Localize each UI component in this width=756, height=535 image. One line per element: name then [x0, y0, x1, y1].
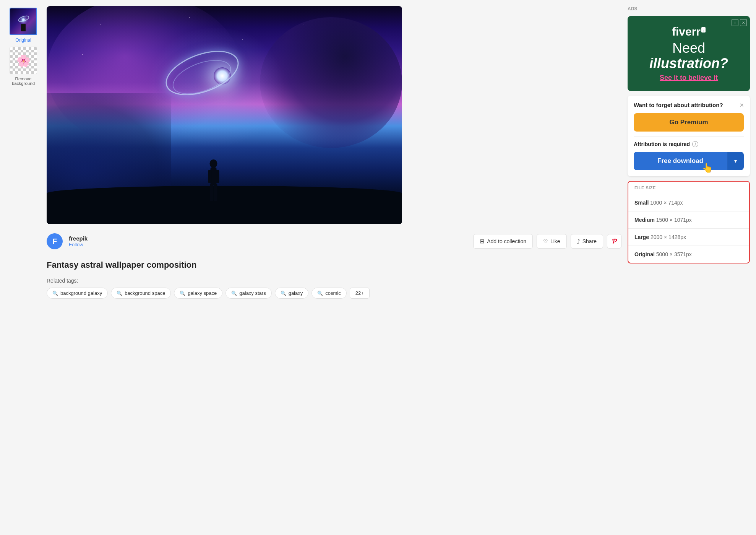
- follow-link[interactable]: Follow: [69, 242, 88, 247]
- author-name: freepik: [69, 235, 88, 242]
- attribution-row: Attribution is required i: [634, 141, 744, 147]
- search-icon: 🔍: [52, 291, 58, 296]
- right-panel: ADS i ✕ fiverr. Needillustration? See it…: [628, 6, 750, 299]
- search-icon: 🔍: [117, 291, 122, 296]
- tag-galaxy-stars[interactable]: 🔍 galaxy stars: [226, 288, 271, 299]
- premium-title: Want to forget about attribution?: [634, 102, 723, 108]
- tag-galaxy[interactable]: 🔍 galaxy: [275, 288, 309, 299]
- attribution-label: Attribution is required: [634, 141, 690, 147]
- tags-section: Related tags: 🔍 background galaxy 🔍 back…: [47, 278, 621, 299]
- search-icon: 🔍: [180, 291, 185, 296]
- ads-label: ADS: [628, 6, 750, 11]
- tag-cosmic[interactable]: 🔍 cosmic: [311, 288, 346, 299]
- main-image-container: [47, 6, 621, 224]
- free-download-button[interactable]: Free download: [634, 152, 727, 170]
- free-download-wrapper: Free download ▾ 👆: [634, 152, 744, 170]
- ad-brand: fiverr.: [635, 25, 742, 38]
- sidebar-remove-bg-thumb[interactable]: 🌸 Remove background: [6, 47, 41, 86]
- remove-bg-label: Remove background: [6, 76, 41, 86]
- svg-rect-3: [216, 170, 219, 183]
- author-bar: F freepik Follow ⊞ Add to collection ♡ L…: [47, 230, 621, 252]
- tag-background-space[interactable]: 🔍 background space: [111, 288, 171, 299]
- sidebar: Original 🌸 Remove background: [6, 6, 41, 299]
- image-title: Fantasy astral wallpaper composition: [47, 259, 621, 272]
- premium-header: Want to forget about attribution? ×: [634, 102, 744, 109]
- original-label: Original: [15, 37, 31, 43]
- tags-label: Related tags:: [47, 278, 621, 284]
- file-size-large[interactable]: Large 2000 × 1428px: [628, 229, 749, 246]
- search-icon: 🔍: [231, 291, 237, 296]
- file-size-medium[interactable]: Medium 1500 × 1071px: [628, 211, 749, 229]
- like-button[interactable]: ♡ Like: [537, 234, 567, 249]
- main-image: [47, 6, 402, 224]
- sidebar-original-thumb[interactable]: Original: [6, 8, 41, 43]
- person-silhouette: [205, 159, 222, 207]
- svg-point-0: [210, 159, 217, 168]
- file-size-header: FILE SIZE: [628, 182, 749, 194]
- tag-background-galaxy[interactable]: 🔍 background galaxy: [47, 288, 108, 299]
- svg-rect-5: [214, 184, 217, 201]
- action-buttons: ⊞ Add to collection ♡ Like ⤴ Share 𝓟: [473, 234, 621, 249]
- main-content: F freepik Follow ⊞ Add to collection ♡ L…: [47, 6, 621, 299]
- ground: [47, 194, 402, 224]
- ad-info-button[interactable]: i: [732, 19, 738, 26]
- svg-rect-2: [208, 170, 212, 183]
- ad-card: i ✕ fiverr. Needillustration? See it to …: [628, 16, 750, 91]
- pinterest-button[interactable]: 𝓟: [607, 234, 621, 249]
- tags-list: 🔍 background galaxy 🔍 background space 🔍…: [47, 288, 621, 299]
- add-to-collection-button[interactable]: ⊞ Add to collection: [473, 234, 533, 249]
- file-size-dropdown: FILE SIZE Small 1000 × 714px Medium 1500…: [628, 181, 750, 263]
- attribution-info-icon[interactable]: i: [692, 141, 698, 147]
- share-icon: ⤴: [577, 238, 580, 245]
- more-tags-button[interactable]: 22+: [350, 288, 370, 299]
- ad-headline: Needillustration?: [635, 41, 742, 71]
- file-size-original[interactable]: Original 5000 × 3571px: [628, 246, 749, 263]
- pinterest-icon: 𝓟: [612, 237, 616, 246]
- author-info: freepik Follow: [69, 235, 88, 247]
- search-icon: 🔍: [317, 291, 323, 296]
- svg-rect-4: [210, 184, 214, 201]
- tag-galaxy-space[interactable]: 🔍 galaxy space: [174, 288, 222, 299]
- ad-close-button[interactable]: ✕: [740, 19, 747, 26]
- search-icon: 🔍: [281, 291, 286, 296]
- premium-card: Want to forget about attribution? × Go P…: [628, 96, 750, 176]
- close-premium-button[interactable]: ×: [740, 102, 744, 109]
- heart-icon: ♡: [543, 238, 548, 244]
- author-avatar: F: [47, 233, 63, 249]
- file-size-small[interactable]: Small 1000 × 714px: [628, 194, 749, 211]
- go-premium-button[interactable]: Go Premium: [634, 113, 744, 132]
- collection-icon: ⊞: [480, 238, 485, 245]
- ad-cta[interactable]: See it to believe it: [635, 74, 742, 82]
- download-dropdown-arrow[interactable]: ▾: [727, 152, 744, 170]
- share-button[interactable]: ⤴ Share: [571, 234, 603, 249]
- chevron-down-icon: ▾: [734, 158, 737, 164]
